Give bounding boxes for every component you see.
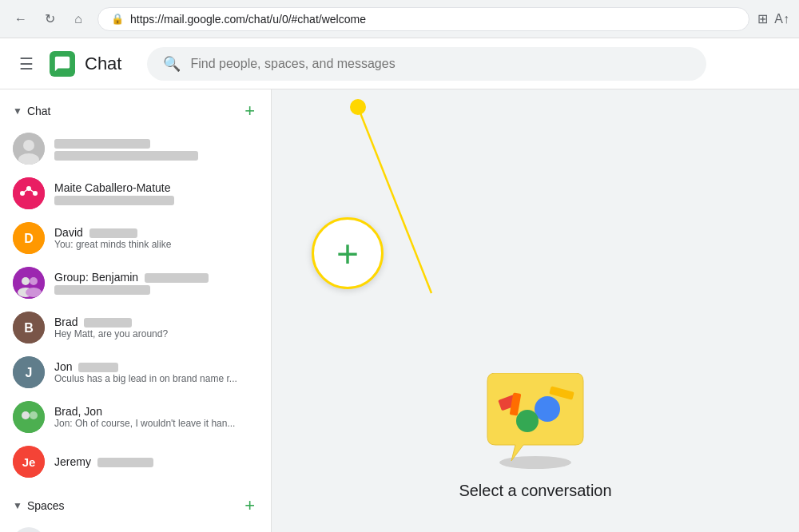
chat-name: Brad, Jon [54, 405, 258, 418]
chat-preview: You: great minds think alike [54, 239, 258, 250]
annotation-dot [350, 99, 366, 115]
chat-name: Group: Benjamin [54, 271, 258, 284]
add-chat-button[interactable]: + [241, 99, 258, 123]
chat-info: David You: great minds think alike [54, 226, 258, 250]
blurred-preview [54, 151, 198, 161]
chat-name: David [54, 226, 258, 239]
avatar [13, 401, 45, 433]
list-item[interactable]: Brad, Jon Jon: Oh of course, I wouldn't … [0, 395, 271, 439]
address-bar[interactable]: 🔒 https://mail.google.com/chat/u/0/#chat… [97, 7, 749, 31]
list-item[interactable]: Je Jeremy [0, 439, 271, 484]
chat-info: Jeremy [54, 455, 258, 468]
chat-name: Jeremy [54, 455, 258, 468]
list-item[interactable]: D David You: great minds think alike [0, 216, 271, 260]
main-body: ▼ Chat + [0, 89, 799, 532]
chat-name: Jon [54, 360, 258, 373]
blurred-name [54, 139, 150, 149]
font-icon[interactable]: A↑ [774, 12, 789, 26]
svg-line-25 [358, 107, 431, 293]
chat-info: Brad Hey Matt, are you around? [54, 316, 258, 339]
avatar: D [13, 222, 45, 254]
chat-name: Brad [54, 316, 258, 328]
svg-text:B: B [24, 321, 34, 335]
back-button[interactable]: ← [10, 8, 32, 30]
chat-logo-svg [54, 55, 71, 73]
list-item[interactable]: Group: Benjamin [0, 260, 271, 305]
refresh-button[interactable]: ↻ [38, 8, 61, 30]
space-item[interactable]: m my space [0, 521, 271, 532]
svg-point-28 [516, 410, 539, 432]
app-logo [50, 51, 75, 77]
avatar [13, 133, 45, 165]
sidebar: ▼ Chat + [0, 89, 272, 532]
chat-name [54, 137, 258, 149]
hamburger-button[interactable]: ☰ [13, 48, 40, 80]
svg-text:J: J [26, 366, 33, 379]
svg-point-26 [499, 456, 571, 469]
chat-info: Group: Benjamin [54, 271, 258, 295]
spaces-section-title[interactable]: ▼ Spaces [13, 499, 65, 512]
list-item[interactable]: Maite Caballero-Matute [0, 171, 271, 216]
chat-section-title[interactable]: ▼ Chat [13, 105, 50, 117]
chat-preview [54, 284, 258, 295]
browser-nav: ← ↻ ⌂ [10, 8, 89, 30]
content-area: + [272, 89, 799, 532]
chat-preview: Hey Matt, are you around? [54, 328, 258, 339]
chevron-icon: ▼ [13, 105, 22, 117]
chevron-icon: ▼ [13, 500, 22, 511]
chat-preview [54, 194, 258, 205]
search-icon: 🔍 [163, 55, 181, 73]
chat-preview: Oculus has a big lead in on brand name r… [54, 373, 258, 384]
spaces-section-header: ▼ Spaces + [0, 484, 271, 521]
list-item[interactable]: B Brad Hey Matt, are you around? [0, 305, 271, 350]
chat-preview: Jon: Oh of course, I wouldn't leave it h… [54, 418, 258, 429]
chat-section-header: ▼ Chat + [0, 89, 271, 126]
select-conversation-text: Select a conversation [459, 482, 611, 500]
avatar-svg: D [13, 222, 45, 254]
svg-point-1 [23, 140, 34, 151]
list-item[interactable] [0, 126, 271, 171]
chat-name: Maite Caballero-Matute [54, 181, 258, 194]
browser-chrome: ← ↻ ⌂ 🔒 https://mail.google.com/chat/u/0… [0, 0, 799, 38]
svg-point-27 [535, 396, 560, 422]
chat-info [54, 137, 258, 161]
svg-point-15 [26, 288, 42, 297]
svg-point-21 [22, 411, 30, 419]
add-space-button[interactable]: + [241, 494, 258, 518]
empty-state: Select a conversation [459, 373, 611, 500]
chat-info: Jon Oculus has a big lead in on brand na… [54, 360, 258, 384]
browser-right-icons: ⊞ A↑ [757, 11, 789, 26]
svg-text:Je: Je [22, 455, 36, 469]
avatar-svg [13, 177, 45, 209]
svg-text:D: D [24, 232, 34, 245]
app-header: ☰ Chat 🔍 [0, 38, 799, 89]
avatar [13, 267, 45, 299]
avatar: B [13, 312, 45, 343]
svg-point-13 [30, 277, 38, 285]
svg-point-22 [30, 411, 38, 419]
avatar [13, 177, 45, 209]
avatar-image [13, 133, 45, 165]
avatar: J [13, 356, 45, 388]
chat-info: Brad, Jon Jon: Oh of course, I wouldn't … [54, 405, 258, 429]
url-text: https://mail.google.com/chat/u/0/#chat/w… [130, 13, 366, 26]
home-button[interactable]: ⌂ [67, 8, 89, 30]
app-container: ☰ Chat 🔍 ▼ Chat + [0, 38, 799, 532]
avatar-svg: J [13, 356, 45, 388]
search-input[interactable] [190, 57, 690, 71]
avatar-svg [13, 401, 45, 433]
avatar-svg [13, 267, 45, 299]
add-new-button[interactable]: + [312, 217, 384, 289]
avatar-svg: Je [13, 446, 45, 478]
svg-point-12 [22, 277, 30, 285]
svg-point-3 [13, 177, 45, 209]
chat-info: Maite Caballero-Matute [54, 181, 258, 205]
avatar-svg: B [13, 312, 45, 343]
search-bar[interactable]: 🔍 [147, 47, 706, 81]
app-title: Chat [85, 54, 121, 74]
avatar: Je [13, 446, 45, 478]
tabs-icon[interactable]: ⊞ [757, 11, 768, 26]
space-avatar: m [13, 527, 45, 532]
list-item[interactable]: J Jon Oculus has a big lead in on brand … [0, 350, 271, 395]
lock-icon: 🔒 [111, 13, 124, 25]
